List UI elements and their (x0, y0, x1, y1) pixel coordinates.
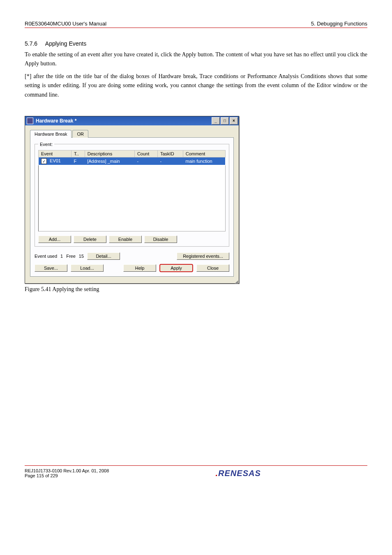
close-button[interactable]: Close (196, 264, 229, 272)
col-descriptions[interactable]: Descriptions (85, 150, 134, 157)
detail-button[interactable]: Detail... (87, 252, 120, 260)
page-footer: REJ10J1733-0100 Rev.1.00 Apr. 01, 2008 P… (25, 465, 367, 478)
eventused-label: Event used (35, 254, 57, 259)
footer-line2: Page 115 of 229 (25, 473, 109, 478)
event-type: F (71, 157, 85, 165)
section-number: 5.7.6 (25, 40, 37, 47)
paragraph-2: [*] after the title on the title bar of … (25, 72, 367, 99)
minimize-button[interactable]: _ (212, 117, 220, 125)
app-icon (27, 118, 33, 124)
free-value: 15 (79, 254, 84, 259)
col-event[interactable]: Event (39, 150, 71, 157)
paragraph-1: To enable the setting of an event after … (25, 50, 367, 69)
window-title: Hardware Break * (36, 118, 76, 124)
event-list-area[interactable] (38, 165, 226, 231)
section-title: Applying Events (45, 40, 86, 47)
delete-button[interactable]: Delete (74, 236, 106, 243)
event-legend: Event: (38, 142, 54, 147)
col-comment[interactable]: Comment (183, 150, 225, 157)
table-row[interactable]: ✓ EV01 F [Address] _main - - main functi… (39, 157, 226, 165)
help-button[interactable]: Help (123, 264, 156, 272)
event-comment: main function (183, 157, 225, 165)
hardware-break-dialog: Hardware Break * _ □ × Hardware Break OR… (25, 116, 239, 284)
apply-button[interactable]: Apply (159, 264, 193, 272)
tab-or[interactable]: OR (72, 130, 88, 138)
resize-grip-icon[interactable]: ◢ (25, 280, 239, 283)
add-button[interactable]: Add... (38, 236, 71, 243)
event-count: - (134, 157, 157, 165)
load-button[interactable]: Load... (71, 264, 104, 272)
header-right: 5. Debugging Functions (311, 21, 367, 27)
free-label: Free (66, 254, 76, 259)
table-header-row: Event T.. Descriptions Count TaskID Comm… (39, 150, 226, 157)
close-window-button[interactable]: × (230, 117, 238, 125)
renesas-logo: .RENESAS (109, 469, 367, 478)
event-fieldset: Event: Event T.. Descriptions Count Task… (35, 142, 229, 247)
event-table: Event T.. Descriptions Count TaskID Comm… (38, 150, 226, 165)
footer-line1: REJ10J1733-0100 Rev.1.00 Apr. 01, 2008 (25, 468, 109, 473)
col-type[interactable]: T.. (71, 150, 85, 157)
figure-caption: Figure 5.41 Applying the setting (25, 286, 367, 293)
header-rule (25, 28, 367, 28)
header-left: R0E530640MCU00 User's Manual (25, 21, 106, 27)
event-name: EV01 (50, 158, 61, 163)
col-count[interactable]: Count (134, 150, 157, 157)
event-task: - (157, 157, 183, 165)
registered-events-button[interactable]: Registered events... (177, 252, 229, 260)
eventused-value: 1 (60, 254, 63, 259)
maximize-button[interactable]: □ (221, 117, 229, 125)
event-checkbox[interactable]: ✓ (41, 158, 47, 164)
disable-button[interactable]: Disable (144, 236, 177, 243)
tab-hardware-break[interactable]: Hardware Break (30, 130, 71, 138)
titlebar[interactable]: Hardware Break * _ □ × (25, 116, 239, 125)
event-desc: [Address] _main (85, 157, 134, 165)
enable-button[interactable]: Enable (109, 236, 142, 243)
save-button[interactable]: Save... (35, 264, 67, 272)
col-taskid[interactable]: TaskID (157, 150, 183, 157)
